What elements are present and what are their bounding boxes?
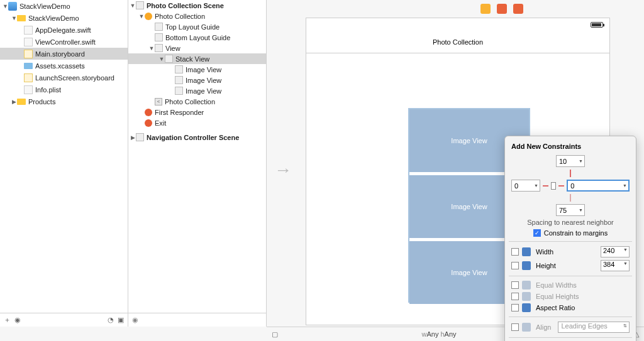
navigator-footer: ＋ ◉ ◔ ▣ [0,313,128,327]
right-spacing-input[interactable] [570,182,626,190]
outline-imageview[interactable]: Image View [128,64,266,75]
nav-file-infoplist[interactable]: Info.plist [0,84,128,95]
imageview-icon [175,65,183,73]
toggle-outline-icon[interactable]: ▢ [272,330,278,338]
nav-folder-products[interactable]: ▶Products [0,95,128,107]
nav-file-viewcontroller[interactable]: ViewController.swift [0,36,128,48]
scene-label: Photo Collection Scene [147,2,224,9]
outline-footer: ◉ [128,313,266,327]
popover-title: Add New Constraints [511,143,630,150]
top-spacing-field[interactable]: 10▼ [556,155,585,167]
outline-scene[interactable]: ▼Photo Collection Scene [128,0,266,11]
outline-view[interactable]: ▼View [128,43,266,53]
nav-file-appdelegate[interactable]: AppDelegate.swift [0,24,128,36]
clock-icon[interactable]: ◔ [108,316,114,324]
outline-exit[interactable]: Exit [128,117,266,128]
aspect-ratio-icon [522,303,531,312]
add-icon[interactable]: ＋ [4,315,11,325]
left-spacing-value: 0 [514,182,518,190]
constrain-margins-checkbox[interactable]: ✓ [533,229,541,237]
assets-icon [24,63,33,69]
filter-icon[interactable]: ◉ [132,316,138,324]
project-icon [8,2,17,11]
first-responder-label: First Responder [155,109,204,116]
storyboard-file-icon [24,50,33,58]
status-bar [306,18,609,31]
outline-navitem[interactable]: <Photo Collection [128,96,266,107]
height-label: Height [536,262,556,269]
outline-imageview[interactable]: Image View [128,75,266,85]
swift-file-icon [24,26,33,35]
align-select[interactable]: Leading Edges⇅ [558,322,630,333]
equal-heights-label: Equal Heights [536,293,579,300]
filter-icon[interactable]: ◉ [14,316,21,324]
right-spacing-field[interactable]: ▼ [567,180,630,192]
stack-label: Stack View [175,55,209,63]
file-label: Assets.xcassets [35,62,85,70]
pin-right-strut[interactable] [558,185,564,187]
outline-stackview[interactable]: ▼Stack View [128,53,266,64]
height-field[interactable]: 384▼ [601,260,630,271]
aspect-ratio-checkbox[interactable] [511,304,519,311]
nav-project-root[interactable]: ▼StackViewDemo [0,0,128,12]
equal-heights-checkbox[interactable] [511,293,519,300]
imageview-placeholder: Image View [451,137,487,144]
nav-file-assets[interactable]: Assets.xcassets [0,60,128,72]
outline-viewcontroller[interactable]: ▼Photo Collection [128,11,266,21]
outline-imageview[interactable]: Image View [128,85,266,96]
outline-bottom-layout-guide[interactable]: Bottom Layout Guide [128,32,266,43]
pin-bottom-strut[interactable] [570,194,571,202]
height-checkbox[interactable] [511,262,519,269]
width-field[interactable]: 240▼ [601,246,630,257]
file-label: ViewController.swift [35,38,96,46]
nav-file-launchscreen[interactable]: LaunchScreen.storyboard [0,72,128,84]
tlg-label: Top Layout Guide [165,23,219,31]
viewcontroller-dock-icon[interactable] [480,4,491,14]
scene-icon [136,133,144,141]
imageview-placeholder: Image View [451,203,487,210]
outline-scene2[interactable]: ▶Navigation Controller Scene [128,132,266,143]
nav-folder[interactable]: ▼StackViewDemo [0,12,128,24]
constrain-margins-label: Constrain to margins [544,229,608,237]
file-label: LaunchScreen.storyboard [35,74,114,82]
bottom-spacing-value: 75 [559,207,567,214]
equal-widths-checkbox[interactable] [511,281,519,289]
add-constraints-popover: Add New Constraints 10▼ 0▼ ▼ 75▼ Spacing… [504,136,636,341]
scene-icon [136,1,144,9]
align-label: Align [536,323,551,331]
navigation-title: Photo Collection [306,31,609,53]
scm-icon[interactable]: ▣ [118,316,124,324]
scene2-label: Navigation Controller Scene [147,134,239,141]
width-value: 240 [603,247,614,254]
aspect-ratio-label: Aspect Ratio [536,304,575,311]
imgview-label: Image View [186,87,221,95]
align-value: Leading Edges [561,322,607,330]
top-spacing-value: 10 [559,158,567,165]
plist-file-icon [24,85,33,94]
width-checkbox[interactable] [511,248,519,256]
outline-top-layout-guide[interactable]: Top Layout Guide [128,21,266,32]
outline-first-responder[interactable]: First Responder [128,107,266,117]
vc-label: Photo Collection [155,13,205,20]
viewcontroller-icon [145,13,152,20]
project-label: StackViewDemo [19,3,70,10]
scene-toolbar [480,4,523,14]
left-spacing-field[interactable]: 0▼ [511,180,540,192]
nav-file-mainstoryboard[interactable]: Main.storyboard [0,48,128,60]
pin-top-strut[interactable] [570,170,571,177]
pin-left-strut[interactable] [543,185,548,187]
exit-dock-icon[interactable] [513,4,523,14]
first-responder-dock-icon[interactable] [497,4,507,14]
align-icon [522,323,531,332]
spacing-label: Spacing to nearest neighbor [511,219,630,226]
battery-icon [591,22,603,28]
bottom-spacing-field[interactable]: 75▼ [556,204,585,216]
align-checkbox[interactable] [511,323,519,331]
document-outline: ▼Photo Collection Scene ▼Photo Collectio… [128,0,267,327]
view-label: View [165,45,180,52]
layout-guide-icon [155,23,163,31]
file-label: Info.plist [35,86,61,94]
folder-label: Products [28,98,55,106]
exit-label: Exit [155,119,166,127]
imageview-icon [175,76,183,84]
